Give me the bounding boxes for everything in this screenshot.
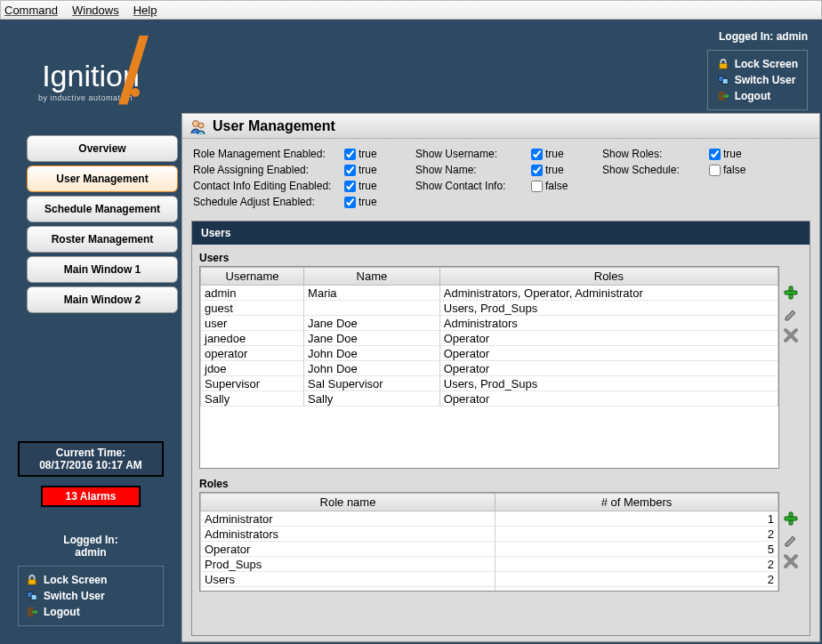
switch-user-label: Switch User bbox=[44, 590, 105, 602]
option-checkbox[interactable]: true bbox=[344, 180, 415, 192]
edit-icon bbox=[783, 306, 799, 322]
svg-point-9 bbox=[198, 123, 204, 128]
lock-icon bbox=[26, 574, 38, 586]
delete-icon bbox=[783, 553, 799, 569]
menubar: Command Windows Help bbox=[0, 0, 822, 20]
option-label: Schedule Adjust Enabled: bbox=[193, 196, 344, 208]
edit-icon bbox=[783, 532, 799, 548]
roles-delete-button[interactable] bbox=[782, 552, 800, 570]
top-logout-button[interactable]: Logout bbox=[713, 88, 802, 104]
logout-button[interactable]: Logout bbox=[22, 604, 159, 620]
alarms-badge[interactable]: 13 Alarms bbox=[41, 486, 141, 507]
option-label: Show Contact Info: bbox=[415, 180, 531, 192]
svg-rect-13 bbox=[785, 517, 797, 520]
option-checkbox[interactable]: false bbox=[531, 180, 602, 192]
top-status: Logged In: admin Lock Screen Switch User… bbox=[181, 20, 822, 113]
option-label: Show Username: bbox=[415, 148, 531, 160]
table-row[interactable]: Operator5 bbox=[201, 542, 778, 557]
sidebar-item-user-management[interactable]: User Management bbox=[27, 165, 178, 192]
sidebar-loggedin-label: Logged In: bbox=[18, 534, 164, 546]
option-checkbox[interactable]: true bbox=[531, 148, 602, 160]
table-row[interactable]: Administrator1 bbox=[201, 511, 778, 527]
options-grid: Role Management Enabled: trueShow Userna… bbox=[182, 139, 819, 217]
logout-icon bbox=[26, 606, 38, 618]
top-loggedin: Logged In: admin bbox=[707, 27, 808, 46]
current-time-box: Current Time: 08/17/2016 10:17 AM bbox=[18, 441, 164, 477]
table-row[interactable]: guestUsers, Prod_Sups bbox=[201, 301, 778, 316]
option-label: Show Schedule: bbox=[602, 164, 709, 176]
logo-dot-icon bbox=[131, 88, 140, 97]
nav: OverviewUser ManagementSchedule Manageme… bbox=[0, 135, 181, 313]
logo: Ignition by inductive automation bbox=[0, 25, 181, 135]
lock-icon bbox=[717, 58, 729, 70]
menu-windows[interactable]: Windows bbox=[72, 4, 119, 17]
plus-icon bbox=[783, 511, 799, 527]
table-row[interactable]: Administrators2 bbox=[201, 527, 778, 542]
lock-screen-label: Lock Screen bbox=[44, 574, 107, 586]
svg-rect-6 bbox=[722, 78, 728, 84]
table-header[interactable]: Name bbox=[304, 268, 440, 286]
table-header[interactable]: Roles bbox=[439, 268, 778, 286]
top-switch-user-button[interactable]: Switch User bbox=[713, 72, 802, 88]
svg-rect-0 bbox=[28, 579, 36, 584]
roles-subpanel-label: Roles bbox=[199, 478, 802, 492]
users-subpanel-label: Users bbox=[199, 252, 802, 266]
table-header[interactable]: # of Members bbox=[495, 494, 778, 511]
users-table[interactable]: UsernameNameRolesadminMariaAdministrator… bbox=[199, 266, 779, 469]
users-edit-button[interactable] bbox=[782, 305, 800, 323]
table-header[interactable]: Role name bbox=[201, 494, 496, 511]
option-checkbox[interactable]: false bbox=[709, 164, 780, 176]
switch-user-button[interactable]: Switch User bbox=[22, 588, 159, 604]
logout-label: Logout bbox=[44, 606, 80, 618]
users-add-button[interactable] bbox=[782, 284, 800, 302]
option-label: Show Roles: bbox=[602, 148, 709, 160]
option-label bbox=[415, 196, 531, 208]
table-row[interactable]: janedoeJane DoeOperator bbox=[201, 331, 778, 346]
svg-rect-4 bbox=[719, 63, 727, 68]
content-header: User Management bbox=[182, 114, 819, 139]
sidebar-item-roster-management[interactable]: Roster Management bbox=[27, 226, 178, 253]
sidebar-item-schedule-management[interactable]: Schedule Management bbox=[27, 196, 178, 222]
sidebar-item-main-window-1[interactable]: Main Window 1 bbox=[27, 256, 178, 283]
table-row[interactable]: Prod_Sups2 bbox=[201, 557, 778, 572]
table-row[interactable]: SupervisorSal SupervisorUsers, Prod_Sups bbox=[201, 376, 778, 391]
option-checkbox[interactable]: true bbox=[344, 164, 415, 176]
users-delete-button[interactable] bbox=[782, 326, 800, 344]
sidebar-item-main-window-2[interactable]: Main Window 2 bbox=[27, 286, 178, 313]
lock-screen-button[interactable]: Lock Screen bbox=[22, 572, 159, 588]
table-row[interactable]: SallySallyOperator bbox=[201, 391, 778, 407]
table-header[interactable]: Username bbox=[201, 268, 304, 286]
table-row[interactable]: userJane DoeAdministrators bbox=[201, 316, 778, 331]
current-time-value: 08/17/2016 10:17 AM bbox=[23, 459, 158, 471]
panel-title: Users bbox=[192, 221, 810, 245]
roles-table[interactable]: Role name# of MembersAdministrator1Admin… bbox=[199, 492, 779, 592]
option-checkbox[interactable]: true bbox=[344, 148, 415, 160]
svg-rect-11 bbox=[785, 291, 797, 294]
switch-user-icon bbox=[26, 590, 38, 602]
option-checkbox[interactable]: true bbox=[709, 148, 780, 160]
option-label: Show Name: bbox=[415, 164, 531, 176]
table-row[interactable]: guests0 bbox=[201, 587, 778, 592]
option-label bbox=[602, 180, 709, 192]
menu-command[interactable]: Command bbox=[4, 4, 58, 17]
users-panel: Users Users UsernameNameRolesadminMariaA… bbox=[191, 221, 810, 636]
option-label bbox=[602, 196, 709, 208]
page-title: User Management bbox=[213, 118, 335, 134]
table-row[interactable]: operatorJohn DoeOperator bbox=[201, 346, 778, 361]
switch-user-icon bbox=[717, 74, 729, 86]
menu-help[interactable]: Help bbox=[133, 4, 157, 17]
option-checkbox[interactable]: true bbox=[531, 164, 602, 176]
top-lock-screen-button[interactable]: Lock Screen bbox=[713, 56, 802, 72]
table-row[interactable]: Users2 bbox=[201, 572, 778, 587]
sidebar-session-box: Lock Screen Switch User Logout bbox=[18, 566, 164, 626]
option-checkbox[interactable]: true bbox=[344, 196, 415, 208]
svg-rect-2 bbox=[31, 594, 36, 600]
option-label: Contact Info Editing Enabled: bbox=[193, 180, 344, 192]
table-row[interactable]: jdoeJohn DoeOperator bbox=[201, 361, 778, 376]
content: User Management Role Management Enabled:… bbox=[181, 113, 820, 642]
plus-icon bbox=[783, 285, 799, 301]
roles-edit-button[interactable] bbox=[782, 531, 800, 549]
table-row[interactable]: adminMariaAdministrators, Operator, Admi… bbox=[201, 286, 778, 301]
sidebar-item-overview[interactable]: Overview bbox=[27, 135, 178, 162]
roles-add-button[interactable] bbox=[782, 510, 800, 527]
